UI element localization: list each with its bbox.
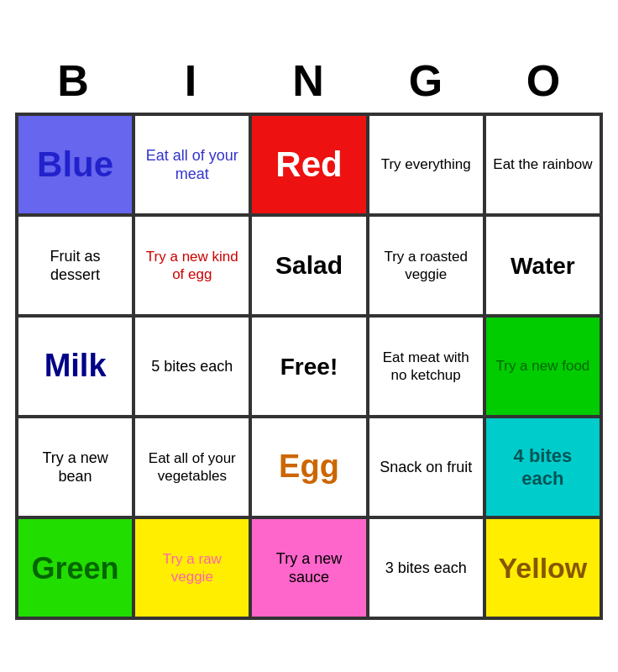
cell-o5[interactable]: Yellow [484,517,601,618]
cell-n2[interactable]: Salad [250,215,367,316]
cell-o4[interactable]: 4 bites each [484,417,601,517]
cell-b4[interactable]: Try a new bean [17,417,134,517]
header-b: B [15,52,133,109]
bingo-header: B I N G O [15,52,603,109]
cell-o2[interactable]: Water [484,215,601,316]
cell-b3[interactable]: Milk [17,316,134,417]
cell-i4[interactable]: Eat all of your vegetables [134,417,250,517]
cell-n1[interactable]: Red [250,114,367,215]
cell-n4[interactable]: Egg [250,417,367,517]
cell-g5[interactable]: 3 bites each [368,517,484,618]
cell-i2[interactable]: Try a new kind of egg [134,215,250,316]
cell-b2[interactable]: Fruit as dessert [17,215,134,316]
cell-b1[interactable]: Blue [17,114,134,215]
cell-i1[interactable]: Eat all of your meat [134,114,250,215]
cell-o1[interactable]: Eat the rainbow [484,114,601,215]
cell-g4[interactable]: Snack on fruit [368,417,484,517]
cell-g2[interactable]: Try a roasted veggie [368,215,484,316]
bingo-grid: Blue Eat all of your meat Red Try everyt… [15,113,603,620]
header-o: O [485,52,603,109]
cell-n5[interactable]: Try a new sauce [250,517,367,618]
header-g: G [368,52,485,109]
cell-n3[interactable]: Free! [250,316,367,417]
header-n: N [250,52,368,109]
cell-g3[interactable]: Eat meat with no ketchup [368,316,484,417]
cell-o3[interactable]: Try a new food [484,316,601,417]
cell-i5[interactable]: Try a raw veggie [134,517,250,618]
header-i: I [133,52,250,109]
cell-b5[interactable]: Green [17,517,134,618]
cell-i3[interactable]: 5 bites each [134,316,250,417]
cell-g1[interactable]: Try everything [368,114,484,215]
bingo-card: B I N G O Blue Eat all of your meat Red … [15,52,603,620]
